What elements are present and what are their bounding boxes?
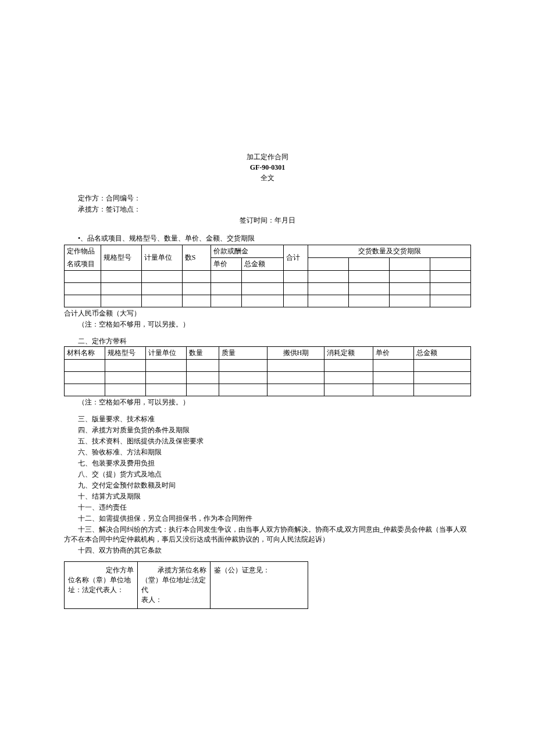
table2-note: （注：空格如不够用，可以另接。） [64,397,471,407]
table-row [65,271,471,283]
signature-table: 定作方单 位名称（章）单位地 址：法定代表人： 承揽方第位名称 （堂）单位地址:… [64,561,308,609]
col-unit-price: 单价 [211,258,241,271]
clause-12: 十二、如需提供担保，另立合同担保书，作为本合同附件 [64,514,471,524]
table-row [65,295,471,307]
col-d3 [390,258,430,271]
t2-c6: 搬供H期 [268,347,324,360]
col-d4 [430,258,471,271]
t2-c9: 总金额 [414,347,471,360]
col-price-group: 价款或酬金 [211,245,284,258]
section2-title: 二、定作方带科 [64,336,471,346]
sign-col2-c: 表人： [141,595,207,605]
table-row [65,360,471,372]
t2-c5: 质量 [219,347,268,360]
table1-total: 合计人民币金额（大写） [64,309,471,318]
col-delivery-group: 交货数量及交货期限 [308,245,471,258]
col-item-top: 定作物品 [65,245,101,258]
doc-title: 加工定作合同 [64,152,471,162]
sign-col2-a: 承揽方第位名称 [141,565,207,575]
sign-col-1: 定作方单 位名称（章）单位地 址：法定代表人： [65,562,138,609]
table1-note: （注：空格如不够用，可以另接。） [64,320,471,329]
table-2: 材料名称 规格型号 计量单位 数量 质量 搬供H期 消耗定额 单价 总金额 [64,346,471,396]
clause-8: 八、交（提）货方式及地点 [64,470,471,479]
t2-c4: 数量 [186,347,219,360]
table-row: 定作方单 位名称（章）单位地 址：法定代表人： 承揽方第位名称 （堂）单位地址:… [65,562,308,609]
sign-col1-a: 定作方单 [68,565,134,575]
clause-9: 九、交付定金预付款数额及时间 [64,481,471,490]
t2-c2: 规格型号 [105,347,145,360]
table-row: 材料名称 规格型号 计量单位 数量 质量 搬供H期 消耗定额 单价 总金额 [65,347,471,360]
clause-6: 六、验收标准、方法和期限 [64,447,471,457]
sign-col-2: 承揽方第位名称 （堂）单位地址:法定代 表人： [137,562,211,609]
table-row: 定作物品 规格型号 计量单位 数S 价款或酬金 合计 交货数量及交货期限 [65,245,471,258]
t2-c1: 材料名称 [65,347,105,360]
t2-c8: 单价 [373,347,414,360]
section1-title: •、品名或项目、规格型号、数量、单价、金额、交货期限 [64,234,471,243]
col-spec: 规格型号 [101,245,141,271]
sign-time: 签订时间：年月日 [64,216,471,225]
col-unit: 计量单位 [141,245,182,271]
col-amount: 总金额 [241,258,284,271]
table-row [65,384,471,396]
t2-c7: 消耗定额 [324,347,373,360]
document-page: 加工定作合同 GF-90-0301 全文 定作方：合同编号： 承揽方：签订地点：… [0,0,535,667]
sign-col2-b: （堂）单位地址:法定代 [141,575,207,595]
table-1: 定作物品 规格型号 计量单位 数S 价款或酬金 合计 交货数量及交货期限 单价 … [64,245,471,307]
sign-col1-b: 位名称（章）单位地 [68,575,134,585]
col-item-bottom: 名或项目 [65,258,101,271]
table-row [65,372,471,384]
doc-subtitle: 全文 [64,173,471,183]
t2-c3: 计量单位 [145,347,186,360]
clause-5: 五、技术资料、图纸提供办法及保密要求 [64,436,471,446]
clause-4: 四、承揽方对质量负货的条件及期限 [64,425,471,435]
col-qty: 数S [182,245,211,271]
col-d1 [308,258,349,271]
sign-col-3: 鉴（公）证意见： [211,562,308,609]
clause-10: 十、结算方式及期限 [64,492,471,501]
doc-code: GF-90-0301 [64,163,471,172]
party-line-1: 定作方：合同编号： [64,194,471,203]
clause-11: 十一、违约责任 [64,503,471,513]
col-d2 [349,258,390,271]
clause-14: 十四、双方协商的其它条款 [64,546,471,556]
clause-7: 七、包装要求及费用负担 [64,458,471,468]
sign-col1-c: 址：法定代表人： [68,585,134,595]
table-row [65,283,471,295]
clause-3: 三、版量要求、技术标准 [64,414,471,424]
clause-13: 十三、解决合同纠纷的方式：执行本合同发生争议，由当事人双方协商解决。协商不成,双… [64,525,471,544]
party-line-2: 承揽方：签订地点： [64,205,471,214]
col-total: 合计 [284,245,308,271]
